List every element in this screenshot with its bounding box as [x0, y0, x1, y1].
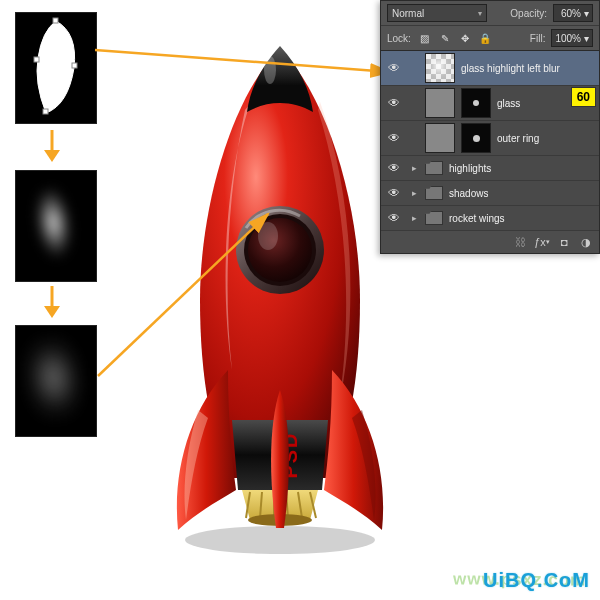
disclosure-icon[interactable]: ▸	[409, 163, 419, 173]
pointer-arrow-to-layer	[95, 10, 395, 80]
blend-mode-value: Normal	[392, 8, 424, 19]
visibility-toggle[interactable]: 👁	[385, 131, 403, 145]
blend-mode-dropdown[interactable]: Normal ▾	[387, 4, 487, 22]
opacity-input[interactable]: 60% ▾	[553, 4, 593, 22]
layer-row[interactable]: 👁 glass	[381, 86, 599, 121]
layer-name: glass highlight left blur	[461, 63, 560, 74]
chevron-down-icon: ▾	[584, 33, 589, 44]
watermark-primary: UiBQ.CoM	[483, 569, 590, 592]
down-arrow-icon	[40, 286, 64, 318]
opacity-value: 60%	[561, 8, 581, 19]
svg-marker-7	[44, 306, 60, 318]
svg-rect-2	[43, 109, 48, 114]
lock-all-icon[interactable]: 🔒	[477, 30, 493, 46]
layer-mask-thumbnail[interactable]	[461, 123, 491, 153]
fill-value: 100%	[555, 33, 581, 44]
svg-rect-0	[53, 18, 58, 23]
layer-name: outer ring	[497, 133, 539, 144]
adjustment-layer-icon[interactable]: ◑	[579, 235, 593, 249]
layer-thumbnail[interactable]	[425, 88, 455, 118]
svg-rect-3	[34, 57, 39, 62]
svg-marker-5	[44, 150, 60, 162]
layer-name: rocket wings	[449, 213, 505, 224]
layers-panel-footer: ⛓ ƒx▾ ◘ ◑	[381, 231, 599, 253]
layer-name: glass	[497, 98, 520, 109]
visibility-toggle[interactable]: 👁	[385, 161, 403, 175]
lock-position-icon[interactable]: ✥	[457, 30, 473, 46]
layer-row[interactable]: 👁 glass highlight left blur	[381, 51, 599, 86]
folder-icon	[425, 211, 443, 225]
callout-opacity-60: 60	[571, 87, 596, 107]
lock-label: Lock:	[387, 33, 411, 44]
svg-rect-1	[72, 63, 77, 68]
svg-point-8	[185, 526, 375, 554]
layer-thumbnail[interactable]	[425, 53, 455, 83]
layer-group-row[interactable]: 👁 ▸ rocket wings	[381, 206, 599, 231]
layer-style-icon[interactable]: ƒx▾	[535, 235, 549, 249]
down-arrow-icon	[40, 130, 64, 162]
svg-line-21	[95, 50, 390, 72]
layer-thumbnail[interactable]	[425, 123, 455, 153]
process-thumb-1	[15, 12, 97, 124]
lock-pixels-icon[interactable]: ✎	[437, 30, 453, 46]
layer-mask-thumbnail[interactable]	[461, 88, 491, 118]
add-mask-icon[interactable]: ◘	[557, 235, 571, 249]
layer-row[interactable]: 👁 outer ring	[381, 121, 599, 156]
disclosure-icon[interactable]: ▸	[409, 213, 419, 223]
process-thumb-3	[15, 325, 97, 437]
layer-group-row[interactable]: 👁 ▸ highlights	[381, 156, 599, 181]
folder-icon	[425, 186, 443, 200]
layer-name: shadows	[449, 188, 488, 199]
lock-transparency-icon[interactable]: ▨	[417, 30, 433, 46]
visibility-toggle[interactable]: 👁	[385, 211, 403, 225]
visibility-toggle[interactable]: 👁	[385, 61, 403, 75]
link-layers-icon[interactable]: ⛓	[513, 235, 527, 249]
opacity-label: Opacity:	[510, 8, 547, 19]
fill-input[interactable]: 100% ▾	[551, 29, 593, 47]
visibility-toggle[interactable]: 👁	[385, 96, 403, 110]
layers-panel: Normal ▾ Opacity: 60% ▾ Lock: ▨ ✎ ✥ 🔒 Fi…	[380, 0, 600, 254]
fill-label: Fill:	[530, 33, 546, 44]
process-thumb-2	[15, 170, 97, 282]
svg-line-22	[98, 214, 268, 376]
chevron-down-icon: ▾	[478, 9, 482, 18]
pointer-arrow-to-porthole	[98, 208, 278, 378]
layer-name: highlights	[449, 163, 491, 174]
layers-list: 👁 glass highlight left blur 👁 glass 👁 ou…	[381, 51, 599, 231]
chevron-down-icon: ▾	[584, 8, 589, 19]
folder-icon	[425, 161, 443, 175]
disclosure-icon[interactable]: ▸	[409, 188, 419, 198]
visibility-toggle[interactable]: 👁	[385, 186, 403, 200]
layer-group-row[interactable]: 👁 ▸ shadows	[381, 181, 599, 206]
